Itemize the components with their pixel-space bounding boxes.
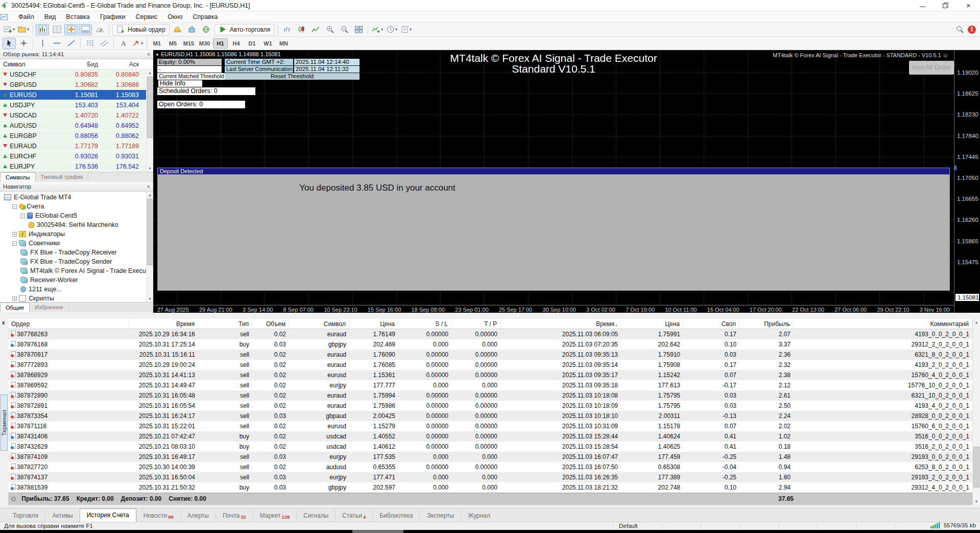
templates-icon[interactable]: ▾ [399, 24, 413, 35]
expand-icon[interactable]: + [12, 296, 17, 301]
history-row-387869592[interactable]: 3878695922025.10.31 14:49:47sell0.02eurj… [8, 380, 972, 390]
periods-icon[interactable]: ▾ [385, 24, 398, 35]
community-icon[interactable] [200, 24, 213, 35]
history-row-387431406[interactable]: 3874314062025.10.21 07:42:47buy0.02usdca… [8, 431, 972, 442]
market-icon[interactable] [185, 24, 199, 35]
scroll-up-icon[interactable]: ▲ [147, 192, 153, 198]
menu-item-3[interactable]: Графики [95, 11, 131, 22]
nav-item-9[interactable]: Receiver-Worker [0, 275, 153, 285]
dropdown-arrow-icon[interactable]: ▾ [381, 27, 383, 32]
menu-item-5[interactable]: Окно [162, 11, 187, 22]
hide-info-button[interactable]: Hide Info [158, 80, 202, 87]
market-watch-row-eurchf[interactable]: EURCHF0.930260.93031 [0, 151, 153, 161]
column-header-price[interactable]: Цена [349, 319, 398, 329]
dropdown-arrow-icon[interactable]: ▾ [13, 27, 15, 32]
column-header-bid[interactable]: Бид [56, 59, 98, 69]
column-header-close_price[interactable]: Цена [621, 319, 683, 329]
tile-windows-icon[interactable] [352, 24, 365, 35]
history-row-387768263[interactable]: 3877682632025.10.29 16:34:16sell0.02eura… [8, 329, 972, 339]
history-row-387872890[interactable]: 3878728902025.10.31 16:05:48sell0.02eura… [8, 390, 972, 401]
column-header-tp[interactable]: T / P [451, 319, 500, 329]
column-header-symbol[interactable]: Символ [0, 59, 56, 69]
column-header-profit[interactable]: Прибыль [739, 319, 794, 329]
channel-icon[interactable] [98, 38, 111, 49]
chart-area[interactable]: ▼EURUSD,H1 1.15008 1.15086 1.14988 1.150… [153, 50, 980, 316]
nav-item-0[interactable]: E-Global Trade MT4 [0, 193, 153, 202]
market-watch-row-eurgbp[interactable]: EURGBP0.880560.88062 [0, 131, 153, 141]
history-row-387874137[interactable]: 3878741372025.10.31 16:50:04sell0.03eurj… [8, 472, 972, 482]
reset-threshold-button[interactable]: Reset Threshold [225, 73, 360, 80]
market-watch-row-euraud[interactable]: EURAUD1.771791.77189 [0, 141, 153, 151]
history-row-387870917[interactable]: 3878709172025.10.31 15:16:11sell0.02eura… [8, 350, 972, 360]
market-watch-row-eurjpy[interactable]: EURJPY176.536176.542 [0, 161, 153, 172]
crosshair-icon[interactable] [17, 38, 30, 49]
history-row-387432629[interactable]: 3874326292025.10.21 08:03:10buy0.02usdca… [8, 442, 972, 452]
nav-item-2[interactable]: −EGlobal-Cent5 [0, 211, 153, 220]
market-watch-row-usdjpy[interactable]: USDJPY153.403153.404 [0, 100, 153, 110]
timeframe-m5[interactable]: M5 [165, 38, 180, 49]
navigator-scrollbar[interactable]: ▲ ▼ [146, 192, 153, 302]
market-watch-tab-0[interactable]: Символы [0, 172, 36, 181]
nav-item-11[interactable]: +Скрипты [0, 294, 153, 302]
market-watch-row-usdchf[interactable]: USDCHF0.808350.80840 [0, 69, 153, 80]
market-watch-close-icon[interactable]: × [147, 50, 150, 59]
zoom-out-icon[interactable] [338, 24, 351, 35]
terminal-scrollbar[interactable]: ▲ ▼ [972, 319, 980, 505]
dropdown-arrow-icon[interactable]: ▾ [27, 27, 29, 32]
tab-account-history[interactable]: История Счета [80, 508, 136, 522]
terminal-side-tab[interactable]: Терминал [1, 395, 8, 451]
history-row-387881539[interactable]: 3878815392025.10.31 21:50:32buy0.03gbpjp… [8, 482, 972, 493]
history-row-387874109[interactable]: 3878741092025.10.31 16:49:17sell0.03eurj… [8, 452, 972, 462]
chart-menu-icon[interactable] [0, 12, 13, 21]
timeframe-d1[interactable]: D1 [245, 38, 259, 49]
navigator-icon[interactable] [64, 24, 78, 35]
bar-chart-icon[interactable] [280, 24, 294, 35]
market-watch-row-gbpusd[interactable]: GBPUSD1.306821.30688 [0, 80, 153, 90]
menu-item-1[interactable]: Вид [39, 11, 61, 22]
timeframe-mn[interactable]: MN [276, 38, 291, 49]
terminal-icon[interactable] [79, 24, 92, 35]
horizontal-line-icon[interactable] [50, 38, 63, 49]
fibonacci-icon[interactable]: F [83, 38, 97, 49]
column-header-symbol[interactable]: Символ [289, 319, 349, 329]
market-watch-scrollbar[interactable]: ▲ ▼ [146, 69, 153, 172]
menu-item-0[interactable]: Файл [13, 11, 39, 22]
column-header-time[interactable]: Время [129, 319, 198, 329]
close-icon[interactable]: × [957, 0, 980, 11]
tab-articles[interactable]: Статьи4 [335, 510, 372, 522]
timeframe-m15[interactable]: M15 [181, 38, 196, 49]
navigator-tab-1[interactable]: Избранное [30, 303, 69, 312]
menu-item-4[interactable]: Сервис [131, 11, 163, 22]
history-row-387873354[interactable]: 3878733542025.10.31 16:24:17sell0.03gbpa… [8, 411, 972, 421]
tab-trade[interactable]: Торговля [6, 510, 45, 522]
tab-signals[interactable]: Сигналы [296, 510, 335, 522]
autotrade-button[interactable]: Авто-торговля [214, 24, 274, 35]
scroll-thumb[interactable] [973, 447, 979, 488]
market-watch-row-audusd[interactable]: AUDUSD0.649480.64952 [0, 121, 153, 131]
scroll-down-icon[interactable]: ▼ [147, 295, 153, 302]
menu-item-6[interactable]: Справка [187, 11, 223, 22]
column-header-type[interactable]: Тип [198, 319, 252, 329]
navigator-close-icon[interactable]: × [147, 182, 150, 191]
nav-item-10[interactable]: 1211 еще... [0, 285, 153, 294]
market-watch-row-eurusd[interactable]: EURUSD1.150811.15083 [0, 90, 153, 100]
profiles-icon[interactable]: ▾ [17, 24, 30, 35]
column-header-swap[interactable]: Своп [683, 319, 739, 329]
expert-advisors-icon[interactable] [171, 24, 184, 35]
cursor-icon[interactable] [3, 38, 16, 49]
menu-item-2[interactable]: Вставка [61, 11, 94, 22]
dropdown-arrow-icon[interactable]: ▾ [395, 27, 397, 32]
nav-item-8[interactable]: MT4talk © Forex AI Signal - Trade Execu [0, 266, 153, 275]
history-row-387872891[interactable]: 3878728912025.10.31 16:05:54sell0.02eura… [8, 401, 972, 411]
tab-alerts[interactable]: Алерты [180, 510, 216, 522]
history-row-387868929[interactable]: 3878689292025.10.31 14:41:13sell0.02euru… [8, 370, 972, 380]
expand-icon[interactable]: + [12, 232, 17, 237]
candlestick-chart-icon[interactable] [295, 24, 308, 35]
zoom-in-icon[interactable] [323, 24, 337, 35]
strategy-tester-icon[interactable] [93, 24, 106, 35]
scroll-thumb[interactable] [147, 199, 153, 265]
market-watch-icon[interactable] [36, 24, 49, 35]
new-order-button[interactable]: Новый ордер [112, 24, 170, 35]
text-label-icon[interactable]: A [116, 38, 130, 49]
tab-market[interactable]: Маркет128 [253, 510, 297, 522]
